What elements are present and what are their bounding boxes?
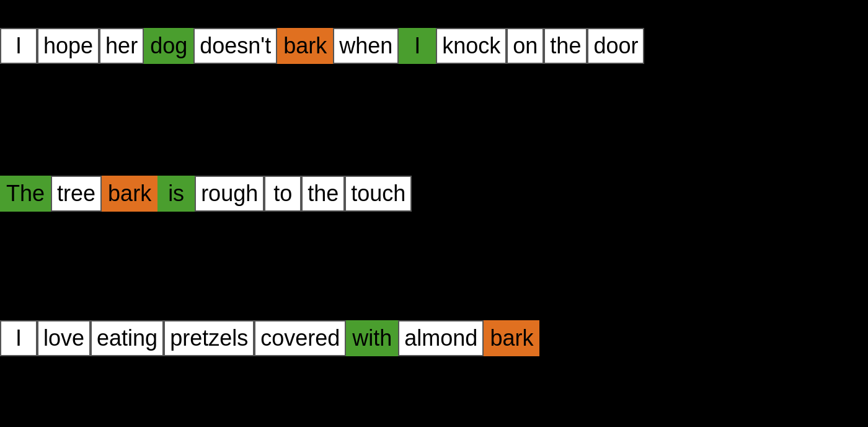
word-box: covered <box>254 320 346 356</box>
word-box: her <box>99 28 144 64</box>
word-box: almond <box>398 320 484 356</box>
word-box: on <box>507 28 544 64</box>
sentence-row-2: Thetreebarkisroughtothetouch <box>0 176 868 212</box>
word-box: The <box>0 176 51 212</box>
word-box: I <box>0 320 37 356</box>
sentences-container: Ihopeherdogdoesn'tbarkwhenIknockonthedoo… <box>0 0 868 356</box>
sentence-row-3: Iloveeatingpretzelscoveredwithalmondbark <box>0 320 868 356</box>
word-box: door <box>587 28 644 64</box>
word-box: hope <box>37 28 99 64</box>
word-box: love <box>37 320 91 356</box>
word-box: touch <box>345 176 412 212</box>
word-box: tree <box>51 176 102 212</box>
word-box: I <box>0 28 37 64</box>
word-box: the <box>301 176 345 212</box>
word-box: with <box>346 320 398 356</box>
word-box: to <box>264 176 301 212</box>
sentence-row-1: Ihopeherdogdoesn'tbarkwhenIknockonthedoo… <box>0 28 868 64</box>
word-box: I <box>399 28 436 64</box>
word-box: when <box>333 28 399 64</box>
word-box: knock <box>436 28 507 64</box>
word-box: the <box>544 28 587 64</box>
word-box: dog <box>144 28 193 64</box>
word-box: is <box>157 176 195 212</box>
word-box: bark <box>484 320 539 356</box>
word-box: eating <box>91 320 164 356</box>
word-box: bark <box>102 176 157 212</box>
word-box: doesn't <box>193 28 277 64</box>
word-box: rough <box>195 176 264 212</box>
word-box: pretzels <box>164 320 254 356</box>
word-box: bark <box>277 28 333 64</box>
